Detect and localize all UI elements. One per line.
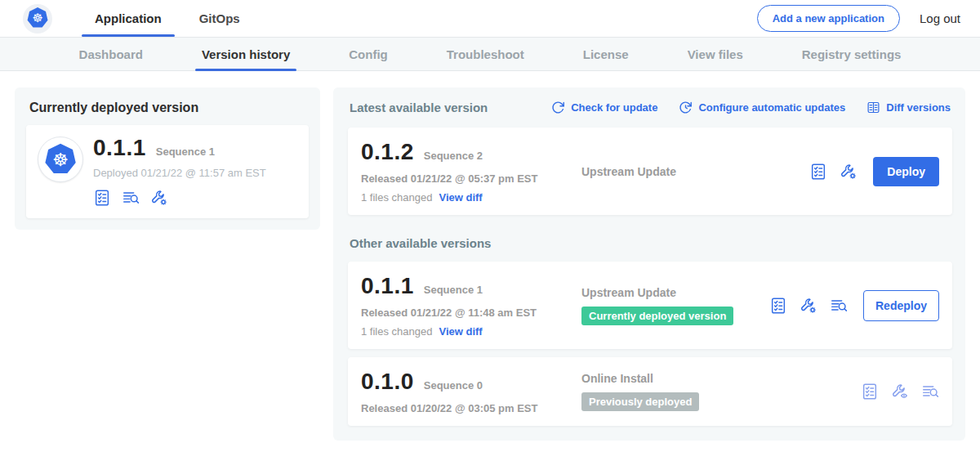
- subnav: Dashboard Version history Config Trouble…: [0, 38, 980, 71]
- sequence-label: Sequence 1: [424, 284, 483, 296]
- version-number: 0.1.2: [361, 139, 414, 165]
- deploy-button[interactable]: Deploy: [873, 157, 939, 186]
- currently-deployed-panel: Currently deployed version 0.1.1 Sequenc…: [15, 87, 320, 230]
- subnav-item-version-history[interactable]: Version history: [195, 38, 296, 70]
- subnav-item-license[interactable]: License: [577, 38, 635, 70]
- version-history-panel: Latest available version Check for updat…: [333, 87, 965, 441]
- diff-icon: [866, 101, 880, 114]
- refresh-icon: [551, 101, 565, 114]
- config-icon[interactable]: [800, 297, 817, 315]
- subnav-item-registry-settings[interactable]: Registry settings: [795, 38, 908, 70]
- add-application-button[interactable]: Add a new application: [757, 5, 900, 32]
- top-tabs: Application GitOps: [82, 0, 265, 37]
- source-label: Upstream Update: [581, 286, 760, 299]
- diff-versions-label: Diff versions: [886, 101, 951, 114]
- view-diff-link[interactable]: View diff: [439, 191, 482, 204]
- version-card-0-1-2: 0.1.2 Sequence 2 Released 01/21/22 @ 05:…: [348, 128, 952, 215]
- check-for-update-link[interactable]: Check for update: [551, 101, 657, 114]
- version-card-0-1-1: 0.1.1 Sequence 1 Released 01/21/22 @ 11:…: [348, 262, 952, 349]
- main-content: Currently deployed version 0.1.1 Sequenc…: [0, 71, 980, 441]
- released-timestamp: Released 01/21/22 @ 05:37 pm EST: [361, 172, 568, 185]
- currently-deployed-title: Currently deployed version: [29, 101, 305, 115]
- released-timestamp: Released 01/21/22 @ 11:48 am EST: [361, 307, 568, 319]
- view-diff-link[interactable]: View diff: [439, 325, 482, 338]
- configure-automatic-updates-link[interactable]: Configure automatic updates: [679, 101, 845, 114]
- subnav-item-view-files[interactable]: View files: [681, 38, 750, 70]
- release-notes-icon[interactable]: [809, 163, 827, 181]
- currently-deployed-badge: Currently deployed version: [581, 307, 733, 325]
- logs-icon[interactable]: [921, 383, 939, 401]
- version-number: 0.1.1: [361, 273, 414, 299]
- other-available-header: Other available versions: [350, 236, 951, 250]
- files-changed-label: 1 files changed: [361, 191, 432, 204]
- logs-icon[interactable]: [830, 297, 848, 315]
- version-card-0-1-0: 0.1.0 Sequence 0 Released 01/20/22 @ 03:…: [348, 357, 952, 426]
- release-notes-icon[interactable]: [769, 297, 787, 315]
- source-label: Online Install: [581, 372, 851, 385]
- tab-gitops[interactable]: GitOps: [186, 0, 253, 37]
- diff-versions-link[interactable]: Diff versions: [866, 101, 951, 114]
- currently-deployed-card: 0.1.1 Sequence 1 Deployed 01/21/22 @ 11:…: [26, 125, 309, 218]
- view-config-icon[interactable]: [891, 383, 909, 401]
- subnav-item-dashboard[interactable]: Dashboard: [73, 38, 149, 70]
- released-timestamp: Released 01/20/22 @ 03:05 pm EST: [361, 402, 568, 414]
- redeploy-button[interactable]: Redeploy: [863, 290, 939, 321]
- subnav-item-troubleshoot[interactable]: Troubleshoot: [440, 38, 531, 70]
- deployed-version-number: 0.1.1: [93, 135, 146, 161]
- configure-automatic-updates-label: Configure automatic updates: [698, 101, 845, 114]
- previously-deployed-badge: Previously deployed: [581, 392, 699, 411]
- release-notes-icon[interactable]: [861, 383, 879, 401]
- subnav-item-config[interactable]: Config: [342, 38, 394, 70]
- deployed-sequence-label: Sequence 1: [156, 145, 215, 158]
- kubernetes-logo: [23, 4, 52, 34]
- tab-application[interactable]: Application: [82, 0, 175, 37]
- sequence-label: Sequence 0: [424, 379, 483, 392]
- version-number: 0.1.0: [361, 369, 414, 395]
- release-notes-icon[interactable]: [93, 189, 111, 207]
- logs-icon[interactable]: [122, 189, 140, 207]
- config-icon[interactable]: [150, 189, 168, 207]
- check-for-update-label: Check for update: [571, 101, 657, 114]
- config-icon[interactable]: [840, 163, 858, 181]
- sequence-label: Sequence 2: [424, 150, 483, 162]
- files-changed-label: 1 files changed: [361, 325, 432, 338]
- source-label: Upstream Update: [581, 165, 800, 178]
- logout-link[interactable]: Log out: [920, 11, 960, 25]
- topbar-right: Add a new application Log out: [757, 0, 960, 37]
- topbar: Application GitOps Add a new application…: [0, 0, 980, 38]
- deployed-timestamp: Deployed 01/21/22 @ 11:57 am EST: [93, 167, 266, 179]
- schedule-update-icon: [679, 101, 693, 114]
- app-icon: [38, 137, 83, 182]
- deployed-card-body: 0.1.1 Sequence 1 Deployed 01/21/22 @ 11:…: [93, 135, 266, 207]
- latest-available-header: Latest available version: [350, 101, 488, 114]
